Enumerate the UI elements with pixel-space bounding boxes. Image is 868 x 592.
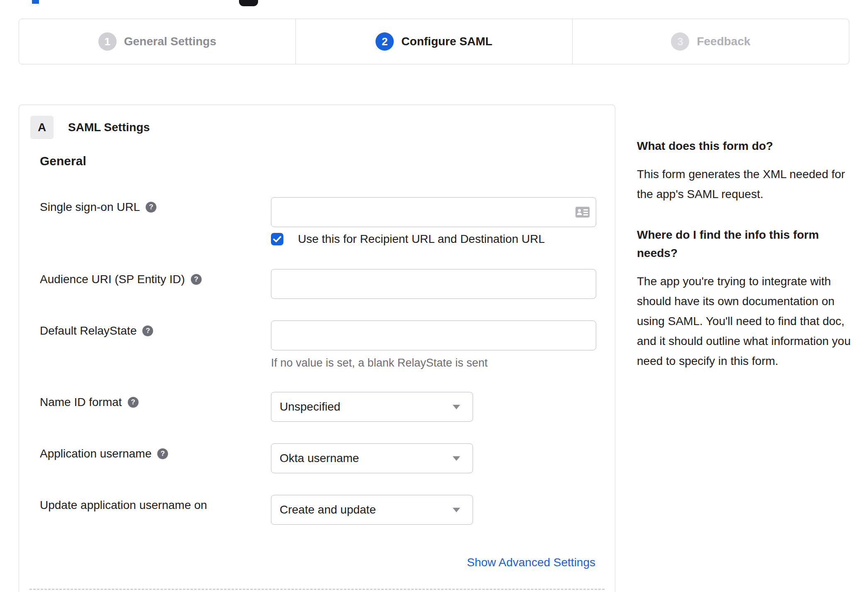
default-relaystate-label: Default RelayState ? bbox=[40, 324, 153, 338]
select-value: Unspecified bbox=[280, 400, 340, 413]
audience-uri-input[interactable] bbox=[271, 269, 596, 299]
help-sidebar: What does this form do? This form genera… bbox=[637, 137, 857, 393]
help-heading: Where do I find the info this form needs… bbox=[637, 226, 857, 262]
saml-settings-panel: A SAML Settings General Single sign-on U… bbox=[19, 105, 615, 592]
help-icon[interactable]: ? bbox=[142, 325, 153, 336]
field-label-text: Application username bbox=[40, 447, 151, 460]
help-icon[interactable]: ? bbox=[191, 274, 202, 285]
help-icon[interactable]: ? bbox=[157, 448, 168, 459]
field-label-text: Audience URI (SP Entity ID) bbox=[40, 273, 185, 286]
field-label-text: Name ID format bbox=[40, 396, 122, 409]
select-value: Create and update bbox=[280, 503, 376, 516]
step-number-badge: 2 bbox=[375, 32, 394, 51]
chevron-down-icon bbox=[453, 508, 460, 512]
application-username-select[interactable]: Okta username bbox=[271, 443, 473, 473]
name-id-format-label: Name ID format ? bbox=[40, 396, 139, 409]
step-number-badge: 1 bbox=[98, 32, 117, 51]
general-group-heading: General bbox=[40, 154, 86, 168]
help-icon[interactable]: ? bbox=[128, 397, 139, 408]
help-heading: What does this form do? bbox=[637, 137, 857, 155]
recipient-url-checkbox[interactable] bbox=[271, 233, 283, 245]
chevron-down-icon bbox=[453, 405, 460, 409]
sso-url-label: Single sign-on URL ? bbox=[40, 201, 156, 214]
field-label-text: Single sign-on URL bbox=[40, 201, 140, 214]
select-value: Okta username bbox=[280, 452, 359, 465]
section-divider bbox=[29, 589, 605, 590]
section-a-badge: A bbox=[30, 116, 54, 139]
show-advanced-settings-link[interactable]: Show Advanced Settings bbox=[467, 556, 595, 569]
field-label-text: Update application username on bbox=[40, 499, 207, 512]
step-label: Configure SAML bbox=[401, 35, 492, 48]
step-label: Feedback bbox=[697, 35, 750, 48]
help-icon[interactable]: ? bbox=[146, 202, 156, 213]
step-number-badge: 3 bbox=[671, 32, 689, 51]
help-body: The app you're trying to integrate with … bbox=[637, 272, 857, 371]
step-feedback[interactable]: 3 Feedback bbox=[572, 19, 849, 64]
cut-off-title-fragment bbox=[32, 0, 39, 4]
update-app-username-select[interactable]: Create and update bbox=[271, 495, 473, 525]
sso-url-input[interactable] bbox=[271, 197, 596, 227]
recipient-url-checkbox-label[interactable]: Use this for Recipient URL and Destinati… bbox=[298, 233, 545, 245]
step-configure-saml[interactable]: 2 Configure SAML bbox=[295, 19, 572, 64]
field-label-text: Default RelayState bbox=[40, 324, 137, 338]
section-title: SAML Settings bbox=[68, 116, 150, 139]
checkmark-icon bbox=[273, 236, 281, 242]
address-card-icon bbox=[575, 206, 590, 218]
relaystate-helper-text: If no value is set, a blank RelayState i… bbox=[271, 357, 488, 369]
cut-off-heading-glyph bbox=[239, 0, 258, 6]
update-app-username-label: Update application username on bbox=[40, 499, 207, 512]
audience-uri-label: Audience URI (SP Entity ID) ? bbox=[40, 273, 202, 286]
default-relaystate-input[interactable] bbox=[271, 320, 596, 350]
name-id-format-select[interactable]: Unspecified bbox=[271, 392, 473, 422]
wizard-stepper: 1 General Settings 2 Configure SAML 3 Fe… bbox=[19, 19, 849, 64]
step-general-settings[interactable]: 1 General Settings bbox=[19, 19, 295, 64]
application-username-label: Application username ? bbox=[40, 447, 168, 460]
help-body: This form generates the XML needed for t… bbox=[637, 164, 857, 204]
step-label: General Settings bbox=[124, 35, 217, 48]
chevron-down-icon bbox=[453, 456, 460, 461]
